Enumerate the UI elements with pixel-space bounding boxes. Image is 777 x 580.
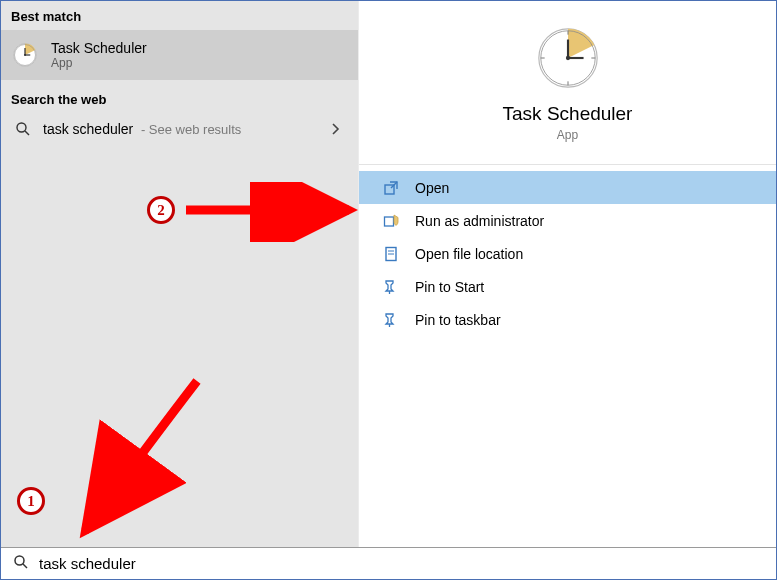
task-scheduler-icon (11, 41, 39, 69)
action-pin-taskbar-label: Pin to taskbar (415, 312, 501, 328)
best-match-item[interactable]: Task Scheduler App (1, 30, 358, 80)
web-header: Search the web (1, 80, 358, 113)
action-open-label: Open (415, 180, 449, 196)
annotation-badge-2: 2 (147, 196, 175, 224)
details-subtitle: App (557, 128, 578, 142)
action-open-location-label: Open file location (415, 246, 523, 262)
details-panel: Task Scheduler App Open Run as administr… (359, 1, 776, 548)
action-pin-taskbar[interactable]: Pin to taskbar (359, 303, 776, 336)
search-icon (15, 121, 31, 137)
svg-point-5 (17, 123, 26, 132)
run-admin-icon (383, 213, 399, 229)
svg-point-15 (565, 56, 569, 60)
best-match-header: Best match (1, 1, 358, 30)
main-content: Best match Task Scheduler App (1, 1, 776, 548)
svg-point-4 (24, 54, 26, 56)
open-icon (383, 180, 399, 196)
file-location-icon (383, 246, 399, 262)
search-input-value: task scheduler (39, 555, 136, 572)
pin-icon (383, 279, 399, 295)
svg-line-6 (25, 131, 29, 135)
svg-line-26 (23, 564, 27, 568)
task-scheduler-icon (533, 23, 603, 93)
action-pin-start-label: Pin to Start (415, 279, 484, 295)
best-match-title: Task Scheduler (51, 40, 147, 56)
chevron-right-icon[interactable] (330, 123, 342, 138)
action-run-admin[interactable]: Run as administrator (359, 204, 776, 237)
best-match-text: Task Scheduler App (51, 40, 147, 70)
start-search-window: Best match Task Scheduler App (0, 0, 777, 580)
web-query: task scheduler - See web results (43, 121, 241, 137)
results-panel: Best match Task Scheduler App (1, 1, 359, 548)
svg-rect-18 (385, 217, 394, 226)
details-header: Task Scheduler App (359, 1, 776, 142)
actions-list: Open Run as administrator Open file loca… (359, 171, 776, 336)
web-query-hint: - See web results (141, 122, 241, 137)
action-run-admin-label: Run as administrator (415, 213, 544, 229)
best-match-subtitle: App (51, 56, 147, 70)
action-pin-start[interactable]: Pin to Start (359, 270, 776, 303)
search-icon (13, 554, 29, 573)
web-result-item[interactable]: task scheduler - See web results (1, 113, 358, 145)
divider (359, 164, 776, 165)
web-query-text: task scheduler (43, 121, 133, 137)
action-open[interactable]: Open (359, 171, 776, 204)
svg-point-25 (15, 556, 24, 565)
annotation-badge-1: 1 (17, 487, 45, 515)
details-title: Task Scheduler (503, 103, 633, 125)
action-open-location[interactable]: Open file location (359, 237, 776, 270)
pin-icon (383, 312, 399, 328)
search-bar[interactable]: task scheduler (1, 547, 776, 579)
